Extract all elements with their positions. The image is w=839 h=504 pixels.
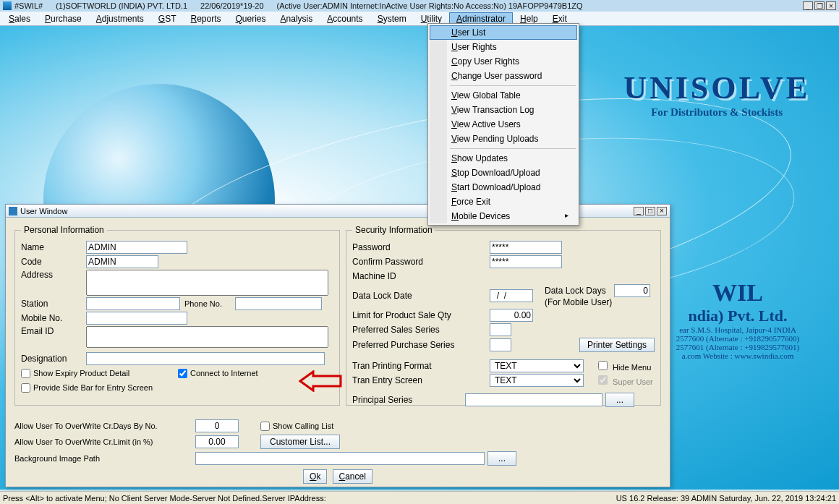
uw-minimize-button[interactable]: _ <box>634 207 644 215</box>
sidebar-checkbox[interactable] <box>21 383 30 393</box>
dd-view-global-table[interactable]: View Global Table <box>430 88 577 103</box>
sidebar-label: Provide Side Bar for Entry Screen <box>33 383 153 392</box>
dd-view-transaction-log[interactable]: View Transaction Log <box>430 103 577 117</box>
menu-purchase[interactable]: Purchase <box>38 12 89 25</box>
menu-adjustments[interactable]: Adjustments <box>89 12 151 25</box>
dd-change-user-password[interactable]: Change User password <box>430 69 577 83</box>
printer-settings-button[interactable]: Printer Settings <box>579 338 655 352</box>
dd-view-pending-uploads[interactable]: View Pending Uploads <box>430 132 577 146</box>
pref-purchase-input[interactable] <box>490 338 511 351</box>
footer-area: Allow User To OverWrite Cr.Days By No. S… <box>14 417 661 468</box>
ok-button[interactable]: Ok <box>303 469 327 484</box>
bg-browse-button[interactable]: ... <box>487 451 516 466</box>
dd-mobile-devices[interactable]: Mobile Devices▸ <box>430 209 577 223</box>
machine-id-label: Machine ID <box>352 271 461 281</box>
menu-accounts[interactable]: Accounts <box>320 12 370 25</box>
mobile-input[interactable] <box>86 312 187 325</box>
dd-user-rights[interactable]: User Rights <box>430 40 577 54</box>
status-right: US 16.2 Release: 39 ADMIN Saturday, Jun.… <box>616 494 836 503</box>
principal-input[interactable] <box>465 393 602 406</box>
password-label: Password <box>352 242 461 252</box>
main-titlebar: #SWIL# (1)SOFTWORLD (INDIA) PVT. LTD.1 2… <box>0 0 839 12</box>
pref-sales-input[interactable] <box>490 323 511 336</box>
user-window: User Window _ □ × Personal Information N… <box>5 204 670 487</box>
rlogo-co: ndia) Pvt. Ltd. <box>665 307 810 325</box>
dd-force-exit[interactable]: Force Exit <box>430 195 577 209</box>
admin-dropdown: User ListUser RightsCopy User RightsChan… <box>427 23 579 226</box>
menu-gst[interactable]: GST <box>151 12 184 25</box>
menu-sales[interactable]: Sales <box>1 12 38 25</box>
title-date: 22/06/2019*19-20 <box>200 1 263 10</box>
overwrite-days-label: Allow User To OverWrite Cr.Days By No. <box>14 422 195 430</box>
principal-browse-button[interactable]: ... <box>605 393 634 407</box>
security-legend: Security Information <box>352 225 435 235</box>
dd-stop-download-upload[interactable]: Stop Download/Upload <box>430 166 577 180</box>
tran-print-select[interactable]: TEXT <box>490 359 584 372</box>
rlogo-big: WIL <box>665 279 810 307</box>
restore-button[interactable]: ❐ <box>814 1 825 10</box>
security-group: Security Information Password Confirm Pa… <box>346 225 661 406</box>
dd-show-updates[interactable]: Show Updates <box>430 151 577 166</box>
personal-legend: Personal Information <box>21 225 107 235</box>
designation-input[interactable] <box>86 352 325 365</box>
minimize-button[interactable]: _ <box>803 1 813 10</box>
overwrite-limit-input[interactable] <box>195 435 239 448</box>
station-input[interactable] <box>86 297 180 310</box>
name-input[interactable] <box>86 241 187 254</box>
address-input[interactable] <box>86 270 328 296</box>
customer-list-button[interactable]: Customer List... <box>260 435 340 449</box>
menu-analysis[interactable]: Analysis <box>273 12 320 25</box>
status-bar: Press <Alt> to activate Menu; No Client … <box>0 491 839 504</box>
internet-label: Connect to Internet <box>190 369 258 377</box>
bg-path-input[interactable] <box>195 452 485 465</box>
uw-close-button[interactable]: × <box>657 207 667 215</box>
data-lock-days-label: Data Lock Days <box>545 286 606 296</box>
confirm-password-label: Confirm Password <box>352 257 461 267</box>
data-lock-date-input[interactable] <box>490 289 533 302</box>
hide-menu-label: Hide Menu <box>613 363 651 372</box>
expiry-label: Show Expiry Product Detail <box>33 369 178 377</box>
dd-user-list[interactable]: User List <box>430 25 577 40</box>
expiry-checkbox[interactable] <box>21 369 30 378</box>
phone-input[interactable] <box>235 297 322 310</box>
user-window-icon <box>9 207 17 215</box>
close-button[interactable]: × <box>826 1 836 10</box>
menu-system[interactable]: System <box>370 12 414 25</box>
menu-queries[interactable]: Queries <box>229 12 273 25</box>
data-lock-date-label: Data Lock Date <box>352 291 461 301</box>
principal-label: Principal Series <box>352 395 461 405</box>
confirm-password-input[interactable] <box>490 255 562 268</box>
cancel-button[interactable]: Cancel <box>333 469 372 484</box>
data-lock-days-sub: (For Mobile User) <box>545 297 650 307</box>
dd-start-download-upload[interactable]: Start Download/Upload <box>430 180 577 195</box>
calling-list-checkbox[interactable] <box>260 422 270 431</box>
dd-view-active-users[interactable]: View Active Users <box>430 117 577 132</box>
brand-block: UNISOLVE For Distributors & Stockists <box>623 69 810 119</box>
station-label: Station <box>21 299 86 309</box>
status-left: Press <Alt> to activate Menu; No Client … <box>3 494 326 503</box>
overwrite-days-input[interactable] <box>195 419 239 432</box>
data-lock-days-input[interactable] <box>614 284 650 297</box>
rlogo-l4: a.com Website : www.swindia.com <box>665 351 810 360</box>
tran-entry-select[interactable]: TEXT <box>490 374 584 387</box>
name-label: Name <box>21 242 86 252</box>
dd-copy-user-rights[interactable]: Copy User Rights <box>430 54 577 69</box>
calling-list-label: Show Calling List <box>273 422 333 430</box>
code-input[interactable] <box>86 255 158 268</box>
title-company: (1)SOFTWORLD (INDIA) PVT. LTD.1 <box>56 1 187 10</box>
title-info: (Active User:ADMIN Internet:InActive Use… <box>277 1 583 10</box>
email-input[interactable] <box>86 326 328 348</box>
limit-input[interactable] <box>490 309 533 322</box>
password-input[interactable] <box>490 241 562 254</box>
title-app: #SWIL# <box>14 1 43 10</box>
super-user-checkbox <box>598 375 608 385</box>
uw-maximize-button[interactable]: □ <box>645 207 655 215</box>
code-label: Code <box>21 257 86 267</box>
menubar: SalesPurchaseAdjustmentsGSTReportsQuerie… <box>0 12 839 26</box>
personal-group: Personal Information Name Code Address S… <box>14 225 340 406</box>
internet-checkbox[interactable] <box>178 369 187 378</box>
menu-reports[interactable]: Reports <box>183 12 228 25</box>
super-user-label: Super User <box>613 377 653 386</box>
designation-label: Designation <box>21 354 86 364</box>
hide-menu-checkbox[interactable] <box>598 361 608 370</box>
